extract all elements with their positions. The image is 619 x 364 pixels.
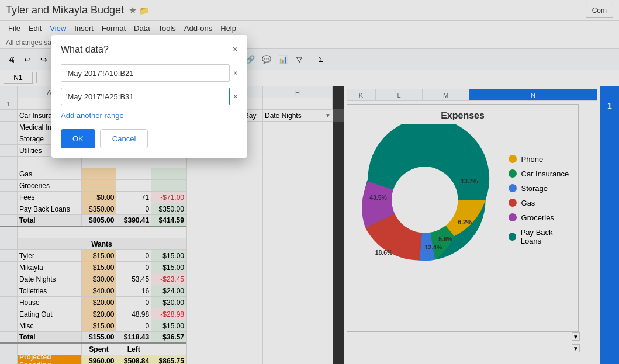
ok-button[interactable]: OK (61, 129, 95, 148)
range-clear-2-button[interactable]: × (233, 92, 238, 101)
dialog-title: What data? (61, 44, 109, 55)
dialog-close-button[interactable]: × (233, 44, 238, 55)
range-input-2[interactable] (61, 88, 230, 105)
cancel-button[interactable]: Cancel (100, 129, 148, 148)
add-range-link[interactable]: Add another range (61, 111, 238, 120)
range-clear-1-button[interactable]: × (233, 68, 238, 78)
range-input-1[interactable] (61, 64, 230, 82)
data-dialog: What data? × × × Add another range OK Ca… (51, 35, 247, 158)
